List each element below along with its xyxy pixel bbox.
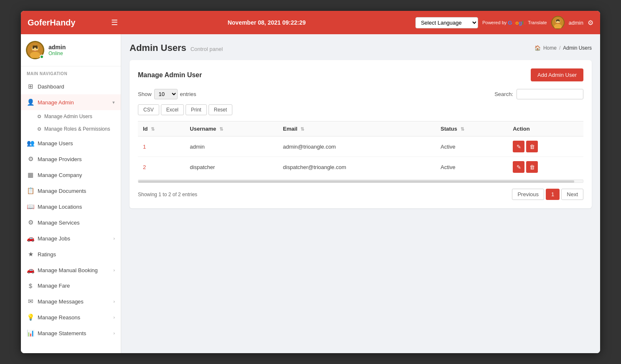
sidebar-item-manage-admin[interactable]: 👤 Manage Admin ▾ xyxy=(21,94,121,110)
excel-button[interactable]: Excel xyxy=(161,104,184,115)
reset-button[interactable]: Reset xyxy=(209,104,232,115)
sidebar-item-ratings[interactable]: ★ Ratings xyxy=(21,246,121,262)
breadcrumb-separator: / xyxy=(559,45,560,51)
table-body: 1 admin admin@trioangle.com Active ✎ 🗑 2… xyxy=(138,136,583,177)
cell-action: ✎ 🗑 xyxy=(508,136,583,157)
showing-entries-text: Showing 1 to 2 of 2 entries xyxy=(138,192,197,197)
edit-button[interactable]: ✎ xyxy=(513,161,524,173)
sidebar-item-manage-providers[interactable]: ⚙ Manage Providers xyxy=(21,151,121,167)
card-title: Manage Admin User xyxy=(138,71,202,79)
cell-email: admin@trioangle.com xyxy=(278,136,435,157)
sidebar-item-manage-fare[interactable]: $ Manage Fare xyxy=(21,278,121,293)
sidebar-sub-label: Manage Admin Users xyxy=(44,114,92,119)
sidebar-item-label: Dashboard xyxy=(38,83,64,90)
header-username: admin xyxy=(569,20,583,26)
show-entries-control: Show 10 25 50 100 entries xyxy=(138,89,196,99)
prev-button[interactable]: Previous xyxy=(512,189,544,200)
sidebar-item-manage-services[interactable]: ⚙ Manage Services xyxy=(21,215,121,230)
ratings-icon: ★ xyxy=(27,250,34,258)
sidebar-item-label: Manage Fare xyxy=(38,283,70,289)
sidebar-item-label: Ratings xyxy=(38,251,56,258)
delete-button[interactable]: 🗑 xyxy=(526,161,538,173)
entries-select[interactable]: 10 25 50 100 xyxy=(154,89,178,99)
next-button[interactable]: Next xyxy=(561,189,583,200)
table-header-row: Id ⇅ Username ⇅ Email ⇅ Status ⇅ xyxy=(138,121,583,136)
header-avatar xyxy=(551,16,565,29)
fare-icon: $ xyxy=(27,282,34,289)
print-button[interactable]: Print xyxy=(186,104,207,115)
sidebar-item-manage-users[interactable]: 👥 Manage Users xyxy=(21,135,121,151)
breadcrumb-current: Admin Users xyxy=(563,45,592,51)
share-icon[interactable]: ⚙ xyxy=(588,19,593,27)
card-header: Manage Admin User Add Admin User xyxy=(138,68,583,81)
cell-id: 1 xyxy=(138,136,185,157)
cell-email: dispatcher@trioangle.com xyxy=(278,157,435,177)
sub-item-circle-icon xyxy=(38,115,41,118)
table-controls-top: Show 10 25 50 100 entries Search: xyxy=(138,89,583,99)
csv-button[interactable]: CSV xyxy=(138,104,159,115)
sidebar-item-label: Manage Locations xyxy=(38,204,82,210)
sort-icon-username: ⇅ xyxy=(219,126,223,131)
powered-by-label: Powered by Google Translate xyxy=(482,20,547,26)
cell-status: Active xyxy=(435,136,508,157)
row-id-link[interactable]: 2 xyxy=(143,164,146,170)
col-header-id[interactable]: Id ⇅ xyxy=(138,121,185,136)
row-id-link[interactable]: 1 xyxy=(143,144,146,150)
breadcrumb-home-link[interactable]: Home xyxy=(543,45,557,51)
sidebar-item-manage-documents[interactable]: 📋 Manage Documents xyxy=(21,183,121,199)
nav-label: MAIN NAVIGATION xyxy=(21,66,121,78)
reasons-icon: 💡 xyxy=(27,313,34,321)
sidebar-item-manage-jobs[interactable]: 🚗 Manage Jobs › xyxy=(21,230,121,246)
sidebar-item-label: Manage Providers xyxy=(38,156,82,162)
sidebar-profile: admin Online xyxy=(21,34,121,66)
sub-item-circle-icon xyxy=(38,127,41,131)
menu-toggle-icon[interactable]: ☰ xyxy=(111,18,118,27)
sidebar-status: Online xyxy=(48,51,66,56)
admin-users-table: Id ⇅ Username ⇅ Email ⇅ Status ⇅ xyxy=(138,121,583,177)
edit-button[interactable]: ✎ xyxy=(513,141,524,152)
sidebar-item-label: Manage Messages xyxy=(38,298,84,305)
sidebar-sub-label: Manage Roles & Permissions xyxy=(44,126,110,132)
table-scrollbar[interactable] xyxy=(138,179,583,183)
table-row: 2 dispatcher dispatcher@trioangle.com Ac… xyxy=(138,157,583,177)
table-footer: Showing 1 to 2 of 2 entries Previous 1 N… xyxy=(138,189,583,200)
sidebar-item-dashboard[interactable]: ⊞ Dashboard xyxy=(21,78,121,94)
providers-icon: ⚙ xyxy=(27,155,34,163)
search-label: Search: xyxy=(494,91,513,97)
sidebar-item-manage-admin-users[interactable]: Manage Admin Users xyxy=(21,110,121,123)
language-select[interactable]: Select Language English Spanish French xyxy=(415,17,478,28)
sidebar-item-label: Manage Statements xyxy=(38,330,86,336)
search-input[interactable] xyxy=(517,89,583,99)
add-admin-user-button[interactable]: Add Admin User xyxy=(531,68,583,81)
cell-action: ✎ 🗑 xyxy=(508,157,583,177)
col-header-status[interactable]: Status ⇅ xyxy=(435,121,508,136)
sidebar-item-label: Manage Users xyxy=(38,140,73,147)
col-header-username[interactable]: Username ⇅ xyxy=(185,121,278,136)
col-header-email[interactable]: Email ⇅ xyxy=(278,121,435,136)
sidebar-item-manage-roles[interactable]: Manage Roles & Permissions xyxy=(21,123,121,135)
sidebar-username: admin xyxy=(48,44,66,51)
sidebar-item-manage-statements[interactable]: 📊 Manage Statements › xyxy=(21,325,121,341)
documents-icon: 📋 xyxy=(27,187,34,195)
app-logo: GoferHandy xyxy=(28,18,111,28)
sidebar-avatar xyxy=(26,41,44,59)
delete-button[interactable]: 🗑 xyxy=(526,141,538,152)
chevron-right-icon: › xyxy=(113,331,115,336)
sidebar-item-manage-company[interactable]: ▦ Manage Company xyxy=(21,167,121,183)
action-buttons: ✎ 🗑 xyxy=(513,141,578,152)
page-1-button[interactable]: 1 xyxy=(546,189,560,200)
sidebar-item-label: Manage Company xyxy=(38,172,82,178)
sidebar-item-label: Manage Documents xyxy=(38,188,86,194)
header-datetime: November 08, 2021 09:22:29 xyxy=(118,19,415,26)
sidebar-item-label: Manage Reasons xyxy=(38,314,80,321)
sidebar-item-manage-manual-booking[interactable]: 🚗 Manage Manual Booking › xyxy=(21,262,121,278)
sidebar-item-label: Manage Manual Booking xyxy=(38,267,98,273)
export-buttons: CSV Excel Print Reset xyxy=(138,104,583,115)
cell-status: Active xyxy=(435,157,508,177)
online-indicator xyxy=(40,55,44,59)
sidebar-item-manage-locations[interactable]: 📖 Manage Locations xyxy=(21,199,121,215)
page-subtitle: Control panel xyxy=(191,46,223,52)
search-area: Search: xyxy=(494,89,583,99)
sidebar-item-manage-reasons[interactable]: 💡 Manage Reasons › xyxy=(21,309,121,325)
sidebar-item-manage-messages[interactable]: ✉ Manage Messages › xyxy=(21,293,121,309)
